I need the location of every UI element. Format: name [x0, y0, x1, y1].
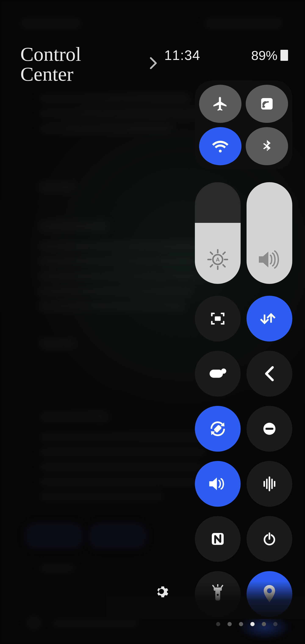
settings-button[interactable]: [154, 584, 169, 599]
location-toggle[interactable]: [246, 571, 292, 617]
wifi-icon: [212, 137, 229, 155]
do-not-disturb-toggle[interactable]: [246, 406, 292, 452]
rotate-icon: [208, 419, 227, 438]
svg-line-32: [213, 586, 214, 587]
airplane-icon: [212, 96, 228, 112]
pager-dot[interactable]: [239, 622, 243, 626]
back-button[interactable]: [246, 351, 292, 396]
flashlight-toggle[interactable]: [195, 571, 240, 617]
status-battery: 89%: [251, 48, 288, 63]
power-icon: [261, 530, 278, 548]
pager-dot-active[interactable]: [250, 622, 254, 626]
screen-cast-toggle[interactable]: [246, 85, 288, 123]
status-time: 11:34: [164, 48, 200, 63]
svg-line-33: [221, 586, 222, 587]
bluetooth-toggle[interactable]: [246, 127, 288, 165]
volume-slider[interactable]: [246, 182, 292, 284]
sound-toggle[interactable]: [195, 461, 240, 507]
location-pin-icon: [261, 584, 278, 604]
chevron-left-icon: [263, 365, 276, 382]
gear-icon: [154, 584, 169, 599]
pager-dot[interactable]: [273, 622, 278, 626]
control-panel: A: [190, 80, 292, 617]
battery-text: 89%: [251, 48, 278, 63]
sound-mode-button[interactable]: [246, 461, 292, 507]
screenshot-button[interactable]: [195, 296, 240, 342]
svg-point-30: [217, 594, 219, 596]
svg-point-14: [221, 368, 226, 374]
svg-rect-17: [266, 428, 274, 430]
slider-row: A: [190, 182, 292, 284]
auto-rotate-toggle[interactable]: [195, 406, 240, 452]
airplane-mode-toggle[interactable]: [199, 85, 242, 123]
data-arrows-icon: [260, 309, 279, 328]
chevron-right-icon[interactable]: [148, 56, 158, 70]
svg-line-8: [210, 252, 212, 254]
brightness-slider[interactable]: A: [195, 182, 240, 284]
camera-toggle[interactable]: [195, 351, 240, 396]
wifi-toggle[interactable]: [199, 127, 242, 165]
flashlight-icon: [209, 584, 227, 604]
mobile-data-toggle[interactable]: [246, 296, 292, 342]
svg-rect-13: [210, 370, 223, 378]
page-indicator: [216, 622, 278, 626]
battery-icon: [280, 50, 288, 61]
pager-dot[interactable]: [228, 622, 232, 626]
bluetooth-icon: [260, 139, 274, 154]
bottom-glow: [237, 614, 292, 640]
equalizer-icon: [260, 475, 278, 493]
auto-brightness-icon: A: [195, 248, 240, 271]
quick-tiles: [190, 296, 292, 617]
pager-dot[interactable]: [262, 622, 266, 626]
svg-text:A: A: [216, 256, 220, 262]
sound-icon: [208, 474, 228, 493]
svg-line-9: [223, 265, 225, 267]
title-line2: Center: [20, 64, 81, 84]
status-bar: 11:34 89%: [164, 48, 288, 63]
toggle-dot-icon: [209, 367, 227, 380]
screenshot-icon: [209, 310, 227, 328]
volume-icon: [246, 248, 292, 271]
svg-line-10: [210, 265, 212, 267]
pager-dot[interactable]: [216, 622, 220, 626]
svg-point-1: [263, 106, 265, 108]
control-center-title: Control Center: [20, 44, 81, 84]
nfc-toggle[interactable]: [195, 516, 240, 562]
dnd-icon: [261, 421, 278, 437]
cast-icon: [259, 96, 274, 112]
power-button[interactable]: [246, 516, 292, 562]
svg-line-11: [223, 252, 225, 254]
connectivity-group: [195, 80, 292, 170]
svg-rect-29: [214, 588, 222, 590]
title-line1: Control: [20, 44, 81, 64]
nfc-icon: [209, 530, 227, 548]
svg-rect-12: [215, 316, 221, 321]
